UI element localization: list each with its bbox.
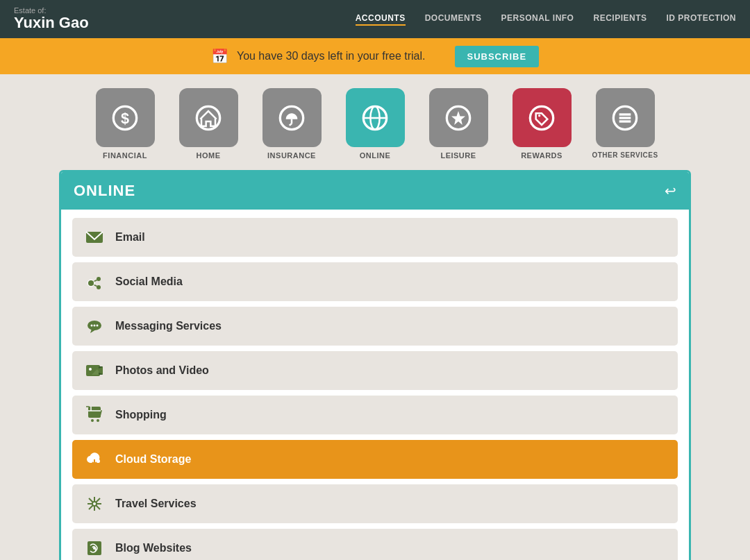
nav-id-protection[interactable]: ID PROTECTION xyxy=(666,13,736,26)
panel-title: ONLINE xyxy=(74,182,135,200)
nav-accounts[interactable]: ACCOUNTS xyxy=(356,13,406,26)
financial-label: FINANCIAL xyxy=(103,151,147,160)
svg-point-43 xyxy=(92,502,97,506)
category-other-services[interactable]: OTHER SERVICES xyxy=(587,88,663,160)
insurance-label: INSURANCE xyxy=(267,151,316,160)
email-label: Email xyxy=(115,231,145,244)
main-nav: ACCOUNTS DOCUMENTS PERSONAL INFO RECIPIE… xyxy=(356,13,736,26)
other-services-label: OTHER SERVICES xyxy=(592,151,658,159)
leisure-label: LEISURE xyxy=(440,151,476,160)
svg-line-5 xyxy=(290,124,292,126)
travel-icon xyxy=(83,493,106,515)
service-email[interactable]: Email xyxy=(72,218,678,257)
category-rewards[interactable]: REWARDS xyxy=(503,88,580,160)
insurance-icon-box xyxy=(262,88,322,147)
service-social-media[interactable]: Social Media xyxy=(72,262,678,301)
service-shopping[interactable]: Shopping xyxy=(72,396,678,434)
travel-label: Travel Services xyxy=(115,498,197,510)
trial-message: You have 30 days left in your free trial… xyxy=(237,50,426,62)
user-name: Yuxin Gao xyxy=(14,15,89,31)
leisure-icon-box xyxy=(429,88,488,147)
svg-point-28 xyxy=(97,325,99,327)
social-media-icon xyxy=(83,271,106,293)
svg-marker-10 xyxy=(451,111,465,125)
rewards-label: REWARDS xyxy=(521,151,562,160)
category-insurance[interactable]: INSURANCE xyxy=(253,88,330,160)
header-branding: Estate of: Yuxin Gao xyxy=(14,6,89,31)
trial-banner: 📅 You have 30 days left in your free tri… xyxy=(0,38,750,74)
category-online[interactable]: ONLINE xyxy=(337,88,413,160)
svg-point-38 xyxy=(97,419,99,422)
messaging-icon xyxy=(83,315,106,337)
service-blog[interactable]: Blog Websites xyxy=(72,529,678,560)
service-messaging[interactable]: Messaging Services xyxy=(72,307,678,346)
home-icon xyxy=(194,104,222,132)
service-travel[interactable]: Travel Services xyxy=(72,484,678,523)
svg-point-19 xyxy=(97,277,101,281)
category-financial[interactable]: $ FINANCIAL xyxy=(87,88,163,160)
email-icon xyxy=(83,226,106,248)
svg-point-30 xyxy=(89,368,92,371)
calendar-icon: 📅 xyxy=(211,48,228,65)
home-label: HOME xyxy=(197,151,221,160)
cloud-storage-label: Cloud Storage xyxy=(115,453,191,466)
shopping-label: Shopping xyxy=(115,409,167,421)
blog-label: Blog Websites xyxy=(115,542,192,554)
dollar-icon: $ xyxy=(111,104,139,132)
star-icon xyxy=(444,104,472,132)
svg-point-12 xyxy=(538,114,540,117)
svg-point-45 xyxy=(93,547,96,550)
svg-point-18 xyxy=(88,280,94,286)
svg-point-20 xyxy=(97,285,101,289)
messaging-label: Messaging Services xyxy=(115,320,222,332)
svg-point-27 xyxy=(94,325,96,327)
svg-text:$: $ xyxy=(121,110,129,127)
nav-personal-info[interactable]: PERSONAL INFO xyxy=(501,13,574,26)
category-home[interactable]: HOME xyxy=(170,88,247,160)
shopping-icon xyxy=(83,404,106,426)
blog-icon xyxy=(83,537,106,559)
umbrella-icon xyxy=(278,104,306,132)
photos-video-label: Photos and Video xyxy=(115,364,209,377)
svg-point-26 xyxy=(91,325,93,327)
other-services-icon-box xyxy=(596,88,655,147)
tag-icon xyxy=(528,104,556,132)
categories-bar: $ FINANCIAL HOME INSURANCE ONLINE LEISUR… xyxy=(0,74,750,170)
service-list: Email Social Media Messaging Services Ph… xyxy=(61,210,689,560)
online-icon-box xyxy=(346,88,405,147)
photos-video-icon xyxy=(83,359,106,382)
globe-icon xyxy=(361,104,389,132)
header: Estate of: Yuxin Gao ACCOUNTS DOCUMENTS … xyxy=(0,0,750,38)
home-icon-box xyxy=(179,88,238,147)
social-media-label: Social Media xyxy=(115,275,183,288)
menu-icon xyxy=(611,104,639,132)
online-panel: ONLINE ↩ Email Social Media Messaging Se… xyxy=(59,170,691,560)
svg-point-37 xyxy=(91,419,94,422)
category-leisure[interactable]: LEISURE xyxy=(420,88,497,160)
cloud-storage-icon xyxy=(83,448,106,470)
rewards-icon-box xyxy=(512,88,572,147)
online-label: ONLINE xyxy=(360,151,391,160)
nav-recipients[interactable]: RECIPIENTS xyxy=(593,13,647,26)
panel-header: ONLINE ↩ xyxy=(61,172,689,210)
subscribe-button[interactable]: SUBSCRIBE xyxy=(455,46,540,67)
service-cloud-storage[interactable]: Cloud Storage xyxy=(72,440,678,479)
svg-rect-34 xyxy=(88,407,101,418)
back-button[interactable]: ↩ xyxy=(665,183,676,199)
financial-icon-box: $ xyxy=(96,88,155,147)
service-photos-video[interactable]: Photos and Video xyxy=(72,351,678,390)
nav-documents[interactable]: DOCUMENTS xyxy=(425,13,482,26)
